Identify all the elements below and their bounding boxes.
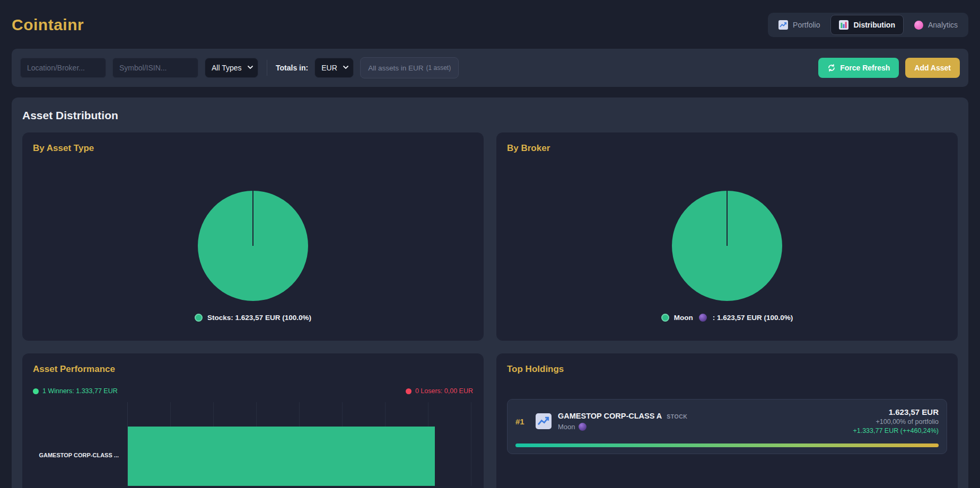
tab-portfolio-label: Portfolio — [793, 21, 820, 29]
totals-in-label: Totals in: — [276, 64, 308, 72]
assets-summary-text: All assets in EUR — [368, 64, 423, 72]
moon-icon — [699, 314, 707, 322]
symbol-isin-input[interactable] — [112, 58, 198, 78]
broker-pie-chart — [672, 191, 782, 301]
assets-summary-badge: All assets in EUR (1 asset) — [360, 57, 459, 78]
brain-icon — [914, 21, 923, 30]
force-refresh-label: Force Refresh — [840, 64, 890, 72]
by-broker-title: By Broker — [507, 143, 947, 154]
holding-rank: #1 — [515, 417, 529, 426]
force-refresh-button[interactable]: Force Refresh — [818, 58, 899, 78]
tab-analytics-label: Analytics — [928, 21, 958, 29]
holding-name: GAMESTOP CORP-CLASS A — [558, 412, 662, 420]
assets-summary-count: (1 asset) — [426, 64, 451, 72]
location-broker-input[interactable] — [20, 58, 106, 78]
by-asset-type-title: By Asset Type — [33, 143, 473, 154]
asset-distribution-section: Asset Distribution By Asset Type Stocks:… — [12, 97, 968, 488]
broker-legend: Moon : 1.623,57 EUR (100.0%) — [507, 314, 947, 322]
filter-bar: All Types Totals in: EUR All assets in E… — [12, 49, 968, 87]
winners-label: 1 Winners: 1.333,77 EUR — [42, 387, 118, 395]
asset-type-pie-chart — [198, 191, 308, 301]
broker-legend-value: : 1.623,57 EUR (100.0%) — [713, 314, 793, 322]
broker-legend-name: Moon — [674, 314, 693, 322]
moon-icon — [579, 423, 587, 431]
holding-asset-type: STOCK — [667, 413, 687, 420]
stock-chart-icon — [536, 413, 552, 429]
winners-summary: 1 Winners: 1.333,77 EUR — [33, 387, 118, 395]
holding-gain: +1.333,77 EUR (++460,24%) — [853, 427, 939, 436]
asset-performance-title: Asset Performance — [33, 364, 473, 375]
holding-portfolio-share: +100,00% of portfolio — [853, 418, 939, 427]
section-title: Asset Distribution — [22, 109, 958, 122]
asset-type-legend: Stocks: 1.623,57 EUR (100.0%) — [33, 314, 473, 322]
holding-broker-name: Moon — [558, 423, 575, 431]
holding-row[interactable]: #1 GAMESTOP CORP-CLASS A STOCK Moon — [507, 399, 947, 454]
losers-label: 0 Losers: 0,00 EUR — [415, 387, 473, 395]
loser-dot-icon — [406, 388, 412, 394]
winner-dot-icon — [33, 388, 39, 394]
refresh-icon — [827, 64, 836, 72]
tab-distribution-label: Distribution — [853, 21, 895, 29]
asset-type-select[interactable]: All Types — [205, 58, 258, 78]
performance-bar-chart: GAMESTOP CORP-CLASS ... — [33, 402, 473, 486]
by-broker-card: By Broker Moon : 1.623,57 EUR (100.0%) — [496, 132, 958, 341]
asset-type-legend-label: Stocks: 1.623,57 EUR (100.0%) — [207, 314, 311, 322]
tab-portfolio[interactable]: Portfolio — [770, 15, 828, 35]
losers-summary: 0 Losers: 0,00 EUR — [406, 387, 473, 395]
add-asset-label: Add Asset — [914, 64, 951, 72]
line-chart-icon — [778, 20, 788, 30]
bar-chart-icon — [839, 20, 848, 30]
asset-performance-card: Asset Performance 1 Winners: 1.333,77 EU… — [22, 353, 484, 488]
performance-bar-gamestop — [128, 427, 435, 486]
holding-progress-bar — [515, 443, 939, 447]
app-header: Cointainr Portfolio Distribution Analyti… — [0, 0, 980, 49]
app-logo: Cointainr — [12, 16, 84, 34]
holding-value: 1.623,57 EUR — [853, 407, 939, 418]
top-holdings-card: Top Holdings #1 GAMESTOP CORP-CLASS A ST… — [496, 353, 958, 488]
divider — [267, 60, 267, 76]
performance-bar-category-label: GAMESTOP CORP-CLASS ... — [33, 452, 119, 458]
main-nav: Portfolio Distribution Analytics — [768, 13, 968, 37]
by-asset-type-card: By Asset Type Stocks: 1.623,57 EUR (100.… — [22, 132, 484, 341]
tab-distribution[interactable]: Distribution — [830, 15, 904, 35]
tab-analytics[interactable]: Analytics — [906, 15, 966, 35]
performance-plot-area — [127, 402, 473, 486]
add-asset-button[interactable]: Add Asset — [905, 58, 960, 78]
top-holdings-title: Top Holdings — [507, 364, 947, 375]
legend-dot-stocks — [195, 314, 203, 322]
currency-select[interactable]: EUR — [314, 58, 354, 78]
legend-dot-moon — [661, 314, 669, 322]
